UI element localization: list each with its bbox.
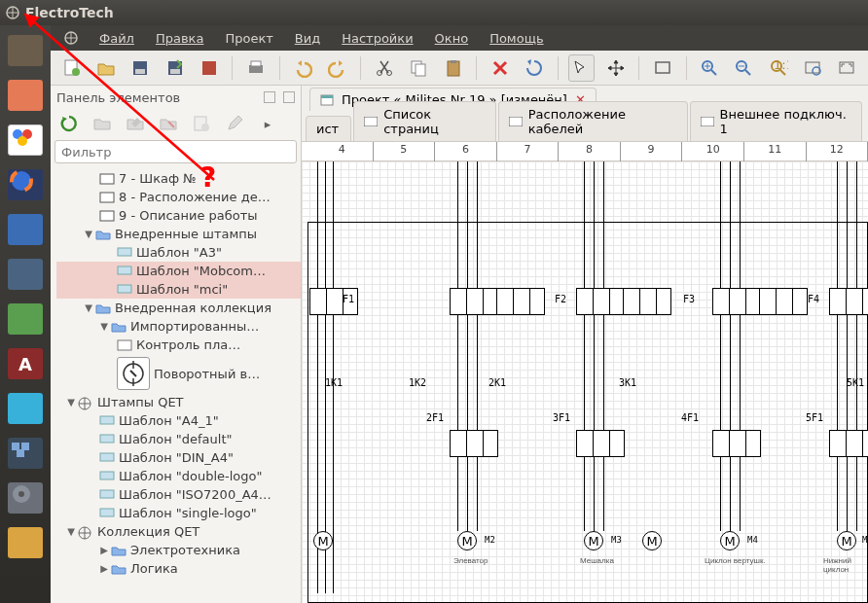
- panel-title: Панель элементов: [56, 90, 180, 105]
- svg-point-5: [18, 136, 27, 146]
- svg-rect-71: [321, 95, 333, 98]
- refresh-button[interactable]: [58, 113, 80, 134]
- tree-item[interactable]: ▼Импортированны…: [56, 317, 301, 336]
- launcher-item[interactable]: [4, 300, 47, 338]
- view-tab[interactable]: Расположение кабелей: [498, 101, 688, 141]
- menu-file[interactable]: Файл: [99, 30, 134, 46]
- tree-item[interactable]: Шаблон "DIN_A4": [56, 448, 301, 467]
- tree-item[interactable]: Шаблон "ISO7200_A4…: [56, 485, 301, 504]
- tree-item[interactable]: ▼Внедренные штампы: [56, 225, 301, 243]
- panel-toolbar: ▸: [51, 109, 301, 138]
- cut-button[interactable]: [371, 54, 397, 82]
- tree-item[interactable]: Шаблон "default": [56, 430, 301, 448]
- view-tab-bar: ист Список страниц Расположение кабелей …: [302, 113, 868, 142]
- paste-button[interactable]: [440, 54, 466, 82]
- svg-rect-49: [100, 193, 114, 202]
- tree-item[interactable]: Поворотный в…: [56, 354, 301, 393]
- svg-rect-22: [202, 61, 216, 75]
- fullscreen-button[interactable]: [834, 54, 860, 82]
- view-tab[interactable]: ист: [306, 116, 351, 141]
- launcher-item[interactable]: A: [4, 344, 47, 383]
- menu-settings[interactable]: Настройки: [342, 30, 413, 46]
- tree-item[interactable]: 7 - Шкаф №: [56, 169, 301, 188]
- menu-view[interactable]: Вид: [295, 30, 320, 46]
- zoom-out-button[interactable]: [731, 54, 757, 82]
- view-mode-button[interactable]: [649, 54, 675, 82]
- tree-item[interactable]: ▼Штампы QET: [56, 393, 301, 411]
- launcher-item[interactable]: [4, 165, 47, 204]
- panel-close-button[interactable]: [283, 91, 295, 103]
- menu-edit[interactable]: Правка: [156, 30, 203, 46]
- panel-more-button[interactable]: ▸: [257, 113, 278, 134]
- project-icon: [320, 93, 334, 107]
- zoom-window-button[interactable]: [799, 54, 825, 82]
- launcher-item[interactable]: [4, 210, 47, 249]
- tree-item[interactable]: Контроль пла…: [56, 336, 301, 354]
- edit-folder-button[interactable]: [125, 113, 146, 134]
- tree-item[interactable]: ▶Логика: [56, 559, 301, 578]
- svg-rect-52: [118, 266, 131, 274]
- print-button[interactable]: [242, 54, 269, 82]
- tree-item[interactable]: Шаблон "Mobcom…: [56, 262, 301, 280]
- open-button[interactable]: [92, 54, 119, 82]
- menu-help[interactable]: Помощь: [489, 30, 543, 46]
- view-tab[interactable]: Список страниц: [353, 101, 496, 141]
- launcher-item[interactable]: [4, 255, 47, 294]
- editor-area: Проект « Milites Nr 19 » [изменён] ✕ ист…: [302, 86, 868, 603]
- horizontal-ruler: 4 5 6 7 8 9 10 11 12: [302, 142, 868, 161]
- save-as-button[interactable]: [162, 54, 188, 82]
- launcher-item[interactable]: [4, 121, 47, 160]
- tree-item[interactable]: Шаблон "double-logo": [56, 467, 301, 485]
- tree-item[interactable]: ▼Коллекция QET: [56, 522, 301, 541]
- zoom-in-button[interactable]: [697, 54, 723, 82]
- tree-item[interactable]: Шаблон "single-logo": [56, 504, 301, 522]
- filter-input[interactable]: [54, 140, 297, 163]
- svg-rect-51: [118, 248, 131, 256]
- undo-button[interactable]: [290, 54, 316, 82]
- tree-item[interactable]: 8 - Расположение де…: [56, 188, 301, 206]
- edit-element-button[interactable]: [224, 113, 245, 134]
- close-file-button[interactable]: [196, 54, 222, 82]
- delete-button[interactable]: [487, 54, 513, 82]
- panel-undock-button[interactable]: [264, 91, 275, 103]
- svg-rect-10: [17, 449, 24, 457]
- view-tab[interactable]: Внешнее подключ. 1: [690, 101, 863, 141]
- svg-rect-64: [100, 472, 114, 479]
- panel-header: Панель элементов: [51, 86, 301, 109]
- svg-rect-28: [416, 64, 425, 76]
- zoom-fit-button[interactable]: 1:1: [765, 54, 791, 82]
- new-folder-button[interactable]: [91, 113, 113, 134]
- svg-rect-65: [100, 490, 114, 498]
- move-tool[interactable]: [602, 54, 629, 82]
- diagram-canvas[interactable]: F1 F2 F3 F4 1K1 1K2 2K1 3K1 5K1 2F1: [302, 161, 868, 603]
- save-button[interactable]: [127, 54, 154, 82]
- select-tool[interactable]: [568, 54, 595, 82]
- launcher-item[interactable]: [4, 434, 47, 473]
- launcher-item[interactable]: [4, 479, 47, 517]
- app-menu-icon: [64, 31, 78, 45]
- menu-window[interactable]: Окно: [435, 30, 469, 46]
- redo-button[interactable]: [324, 54, 350, 82]
- delete-folder-button[interactable]: [158, 113, 179, 134]
- copy-button[interactable]: [406, 54, 432, 82]
- launcher-item[interactable]: [4, 31, 47, 70]
- tree-item[interactable]: Шаблон "A4_1": [56, 411, 301, 430]
- elements-tree[interactable]: 7 - Шкаф № 8 - Расположение де… 9 - Опис…: [51, 169, 301, 603]
- tree-item[interactable]: Шаблон "A3": [56, 243, 301, 262]
- launcher-item[interactable]: [4, 76, 47, 115]
- tree-item[interactable]: ▶Электротехника: [56, 541, 301, 559]
- menu-project[interactable]: Проект: [225, 30, 272, 46]
- launcher-item[interactable]: [4, 389, 47, 428]
- tree-item[interactable]: Шаблон "mci": [56, 280, 301, 299]
- tree-item[interactable]: 9 - Описание работы: [56, 206, 301, 225]
- svg-rect-30: [451, 60, 456, 63]
- filter-box: [54, 140, 297, 163]
- svg-rect-66: [100, 509, 114, 516]
- rotate-button[interactable]: [521, 54, 547, 82]
- svg-rect-31: [656, 62, 669, 73]
- new-element-button[interactable]: [191, 113, 212, 134]
- new-button[interactable]: [58, 54, 85, 82]
- launcher-item[interactable]: [4, 523, 47, 562]
- annotation-question-mark: ?: [200, 161, 216, 194]
- tree-item[interactable]: ▼Внедренная коллекция: [56, 299, 301, 317]
